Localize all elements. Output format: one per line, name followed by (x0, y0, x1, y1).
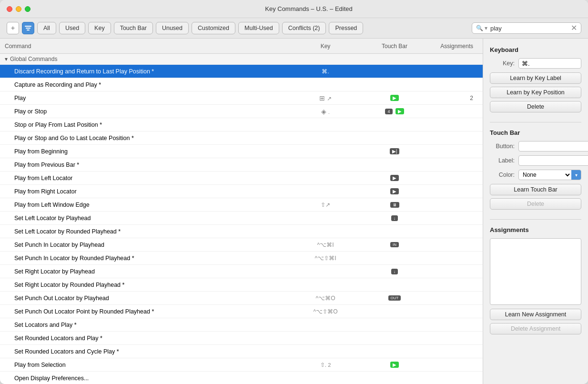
color-select-wrap: None ▾ (518, 170, 581, 180)
table-row[interactable]: Set Rounded Locators and Cycle Play * (0, 345, 483, 358)
table-row[interactable]: Play from Beginning ▶| (0, 145, 483, 158)
table-row[interactable]: Play from Previous Bar * (0, 158, 483, 172)
cell-key: ^⌥⇧⌘I (287, 255, 364, 262)
cell-touchbar: ▶ (364, 362, 426, 368)
touchbar-badge: ▶ (390, 362, 399, 368)
table-row[interactable]: Play from Left Window Edge ⇧↗ 🖥 (0, 198, 483, 212)
cell-key: ⊞ ↗ (287, 94, 364, 102)
table-row[interactable]: Set Left Locator by Rounded Playhead * (0, 225, 483, 238)
col-key: Key (287, 43, 364, 50)
filter-used[interactable]: Used (59, 22, 85, 34)
table-row[interactable]: Set Right Locator by Playhead ↓ (0, 265, 483, 278)
cell-command: Capture as Recording and Play * (5, 81, 287, 88)
table-row[interactable]: Set Left Locator by Playhead ↓ (0, 212, 483, 225)
table-row[interactable]: Play ⊞ ↗ ▶ 2 (0, 91, 483, 105)
button-field: Button: (490, 141, 581, 152)
cell-command: Set Punch Out Locator by Playhead (5, 295, 287, 302)
maximize-button[interactable] (25, 6, 30, 12)
cell-command: Set Rounded Locators and Cycle Play * (5, 348, 287, 355)
touchbar-badge: ▶| (390, 148, 400, 154)
table-row[interactable]: Play or Stop and Go to Last Locate Posit… (0, 131, 483, 145)
table-row[interactable]: Discard Recording and Return to Last Pla… (0, 65, 483, 78)
table-row[interactable]: Play or Stop ◈ . 4 ▶ (0, 105, 483, 118)
learn-new-assignment-button[interactable]: Learn New Assignment (490, 309, 581, 320)
keyboard-title: Keyboard (490, 46, 581, 53)
delete-assignment-button[interactable]: Delete Assignment (490, 323, 581, 334)
chevron-down-icon: ▾ (485, 25, 487, 31)
cell-command: Play from Beginning (5, 148, 287, 155)
filter-all[interactable]: All (37, 22, 56, 34)
delete-touchbar-button[interactable]: Delete (490, 198, 581, 210)
filter-icon[interactable] (22, 22, 34, 34)
add-icon[interactable]: ＋ (7, 22, 19, 34)
chevron-down-icon: ▾ (5, 56, 8, 62)
table-row[interactable]: Stop or Play From Last Position * (0, 118, 483, 131)
table-row[interactable]: Set Locators and Play * (0, 318, 483, 332)
filter-unused[interactable]: Unused (156, 22, 189, 34)
button-input[interactable] (518, 141, 588, 152)
cell-command: Set Right Locator by Rounded Playhead * (5, 282, 287, 288)
table-row[interactable]: Set Punch In Locator by Playhead ^⌥⌘I IN (0, 238, 483, 252)
touchbar-badge: ▶ (390, 175, 399, 181)
cell-touchbar: ▶ (364, 175, 426, 181)
traffic-lights (7, 6, 30, 12)
table-header: Command Key Touch Bar Assignments (0, 39, 483, 54)
cell-command: Set Left Locator by Rounded Playhead * (5, 228, 287, 235)
touchbar-title: Touch Bar (490, 129, 581, 136)
assignments-title: Assignments (490, 226, 581, 233)
cell-touchbar: ↓ (364, 215, 426, 221)
cell-command: Set Locators and Play * (5, 322, 287, 328)
table-row[interactable]: Open Display Preferences... (0, 372, 483, 384)
color-select[interactable]: None (519, 170, 571, 180)
clear-search-icon[interactable]: ✕ (571, 24, 577, 32)
search-input[interactable] (490, 25, 568, 32)
table-row[interactable]: Play from Left Locator ▶ (0, 172, 483, 185)
table-row[interactable]: Play from Selection ⇧. 2 ▶ (0, 358, 483, 372)
filter-touchbar[interactable]: Touch Bar (114, 22, 153, 34)
delete-key-button[interactable]: Delete (490, 101, 581, 112)
table-row[interactable]: Set Rounded Locators and Play * (0, 332, 483, 345)
cell-key: ⌘. (287, 68, 364, 75)
filter-customized[interactable]: Customized (192, 22, 235, 34)
filter-multiused[interactable]: Multi-Used (238, 22, 279, 34)
close-button[interactable] (7, 6, 12, 12)
learn-touchbar-button[interactable]: Learn Touch Bar (490, 184, 581, 195)
minimize-button[interactable] (16, 6, 21, 12)
key-value[interactable]: ⌘. (518, 58, 581, 69)
table-row[interactable]: Set Right Locator by Rounded Playhead * (0, 278, 483, 292)
table-row[interactable]: Capture as Recording and Play * (0, 78, 483, 91)
filter-conflicts[interactable]: Conflicts (2) (282, 22, 326, 34)
touchbar-badge: ↓ (391, 215, 398, 221)
svg-rect-2 (27, 30, 30, 30)
touchbar-badge: 4 (385, 109, 392, 114)
sidebar: Keyboard Key: ⌘. Learn by Key Label Lear… (483, 39, 588, 384)
col-touchbar: Touch Bar (364, 43, 426, 50)
table-row[interactable]: Play from Right Locator ▶ (0, 185, 483, 198)
learn-key-position-button[interactable]: Learn by Key Position (490, 87, 581, 98)
cell-touchbar: ▶| (364, 148, 426, 154)
key-display: ⌘. (522, 60, 530, 67)
table-row[interactable]: Set Punch Out Locator by Playhead ^⌥⌘O O… (0, 292, 483, 305)
cell-touchbar: 🖥 (364, 202, 426, 208)
color-field: Color: None ▾ (490, 170, 581, 180)
learn-key-label-button[interactable]: Learn by Key Label (490, 72, 581, 84)
cell-touchbar: OUT (364, 295, 426, 301)
cell-key: ⇧↗ (287, 202, 364, 208)
table-row[interactable]: Set Punch Out Locator Point by Rounded P… (0, 305, 483, 318)
label-input[interactable] (518, 155, 588, 166)
filter-pressed[interactable]: Pressed (329, 22, 363, 34)
table-row[interactable]: Set Punch In Locator by Rounded Playhead… (0, 252, 483, 265)
cell-command: Play or Stop and Go to Last Locate Posit… (5, 135, 287, 141)
touchbar-badge-green: ▶ (395, 108, 404, 114)
touchbar-badge: OUT (388, 295, 401, 301)
filter-key[interactable]: Key (88, 22, 111, 34)
key-label: Key: (490, 60, 515, 67)
cell-command: Play from Left Locator (5, 175, 287, 182)
cell-command: Set Punch Out Locator Point by Rounded P… (5, 308, 287, 315)
cell-command: Open Display Preferences... (5, 375, 287, 382)
cell-key: ^⌥⇧⌘O (287, 308, 364, 315)
col-assignments: Assignments (426, 43, 478, 50)
cell-command: Set Punch In Locator by Playhead (5, 242, 287, 248)
search-dropdown[interactable]: 🔍 ▾ (476, 25, 487, 31)
toolbar: ＋ All Used Key Touch Bar Unused Customiz… (0, 18, 588, 39)
